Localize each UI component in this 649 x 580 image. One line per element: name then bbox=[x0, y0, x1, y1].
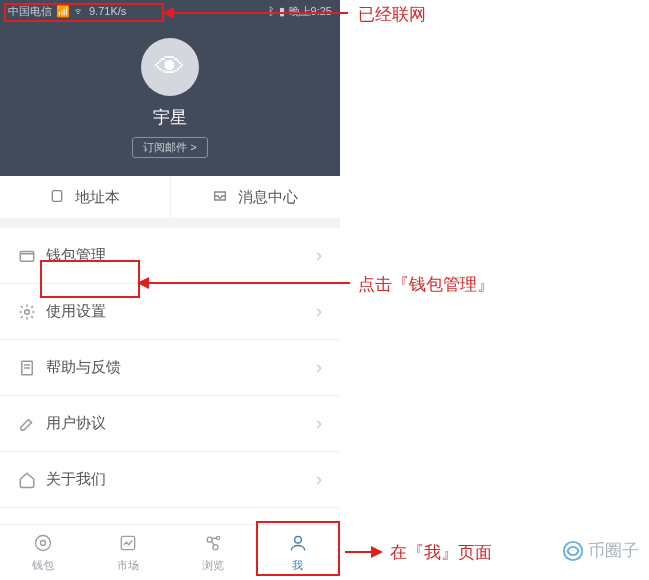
anno-text-online: 已经联网 bbox=[358, 3, 426, 26]
bottom-nav: 钱包 市场 浏览 我 bbox=[0, 524, 340, 580]
menu-item-usage-settings[interactable]: 使用设置 › bbox=[0, 284, 340, 340]
bluetooth-icon: ᛒ bbox=[268, 5, 275, 17]
chevron-right-icon: › bbox=[316, 245, 322, 266]
avatar-icon: 👁 bbox=[155, 50, 185, 84]
chevron-right-icon: › bbox=[316, 301, 322, 322]
menu-item-about-us[interactable]: 关于我们 › bbox=[0, 452, 340, 508]
chevron-right-icon: › bbox=[316, 357, 322, 378]
subscribe-email-button[interactable]: 订阅邮件 > bbox=[132, 137, 207, 158]
menu-label-wallet-manage: 钱包管理 bbox=[46, 246, 316, 265]
net-speed: 9.71K/s bbox=[89, 5, 126, 17]
svg-point-8 bbox=[216, 536, 219, 539]
person-nav-icon bbox=[288, 533, 308, 556]
menu-item-help-feedback[interactable]: 帮助与反馈 › bbox=[0, 340, 340, 396]
username-label: 宇星 bbox=[153, 106, 187, 129]
nav-tab-browse[interactable]: 浏览 bbox=[170, 525, 255, 580]
svg-point-2 bbox=[25, 309, 30, 314]
edit-icon bbox=[18, 415, 46, 433]
nav-label-wallet: 钱包 bbox=[32, 558, 54, 573]
address-book-button[interactable]: 地址本 bbox=[0, 176, 170, 218]
wifi-icon: ᯤ bbox=[74, 5, 85, 17]
status-right: ᛒ ▮ 晚上9:25 bbox=[268, 4, 332, 19]
svg-point-4 bbox=[35, 535, 50, 550]
status-bar: 中国电信 📶 ᯤ 9.71K/s ᛒ ▮ 晚上9:25 bbox=[0, 0, 340, 22]
svg-point-10 bbox=[294, 536, 301, 543]
wallet-nav-icon bbox=[33, 533, 53, 556]
anno-text-wallet: 点击『钱包管理』 bbox=[358, 273, 494, 296]
message-center-button[interactable]: 消息中心 bbox=[170, 176, 341, 218]
signal-icon: 📶 bbox=[56, 5, 70, 18]
menu-item-wallet-manage[interactable]: 钱包管理 › bbox=[0, 228, 340, 284]
menu-item-user-agreement[interactable]: 用户协议 › bbox=[0, 396, 340, 452]
nav-tab-market[interactable]: 市场 bbox=[85, 525, 170, 580]
market-nav-icon bbox=[118, 533, 138, 556]
clock-text: 晚上9:25 bbox=[289, 4, 332, 19]
arrow-me bbox=[345, 551, 373, 553]
chevron-right-icon: › bbox=[316, 469, 322, 490]
watermark-icon bbox=[562, 540, 584, 562]
menu-label-about-us: 关于我们 bbox=[46, 470, 316, 489]
gear-icon bbox=[18, 303, 46, 321]
home-icon bbox=[18, 471, 46, 489]
profile-header: 👁 宇星 订阅邮件 > bbox=[0, 22, 340, 176]
menu-label-usage-settings: 使用设置 bbox=[46, 302, 316, 321]
svg-rect-1 bbox=[20, 251, 34, 261]
phone-screen: 中国电信 📶 ᯤ 9.71K/s ᛒ ▮ 晚上9:25 👁 宇星 订阅邮件 > … bbox=[0, 0, 340, 580]
wallet-icon bbox=[18, 247, 46, 265]
nav-label-browse: 浏览 bbox=[202, 558, 224, 573]
svg-point-5 bbox=[40, 540, 45, 545]
carrier-text: 中国电信 bbox=[8, 4, 52, 19]
document-icon bbox=[18, 359, 46, 377]
nav-tab-me[interactable]: 我 bbox=[255, 525, 340, 580]
settings-menu: 钱包管理 › 使用设置 › 帮助与反馈 › 用户协议 › bbox=[0, 228, 340, 508]
chevron-right-icon: › bbox=[316, 413, 322, 434]
watermark: 币圈子 bbox=[562, 539, 639, 562]
arrow-head-me bbox=[371, 546, 383, 558]
watermark-text: 币圈子 bbox=[588, 539, 639, 562]
address-book-label: 地址本 bbox=[75, 188, 120, 207]
anno-text-me: 在『我』页面 bbox=[390, 541, 492, 564]
bookmark-icon bbox=[49, 188, 65, 207]
top-actions-row: 地址本 消息中心 bbox=[0, 176, 340, 228]
avatar[interactable]: 👁 bbox=[141, 38, 199, 96]
svg-rect-0 bbox=[53, 190, 62, 201]
menu-label-help-feedback: 帮助与反馈 bbox=[46, 358, 316, 377]
nav-tab-wallet[interactable]: 钱包 bbox=[0, 525, 85, 580]
browse-nav-icon bbox=[203, 533, 223, 556]
message-center-label: 消息中心 bbox=[238, 188, 298, 207]
nav-label-me: 我 bbox=[292, 558, 303, 573]
battery-icon: ▮ bbox=[279, 5, 285, 18]
menu-label-user-agreement: 用户协议 bbox=[46, 414, 316, 433]
nav-label-market: 市场 bbox=[117, 558, 139, 573]
inbox-icon bbox=[212, 188, 228, 207]
status-left: 中国电信 📶 ᯤ 9.71K/s bbox=[8, 4, 126, 19]
